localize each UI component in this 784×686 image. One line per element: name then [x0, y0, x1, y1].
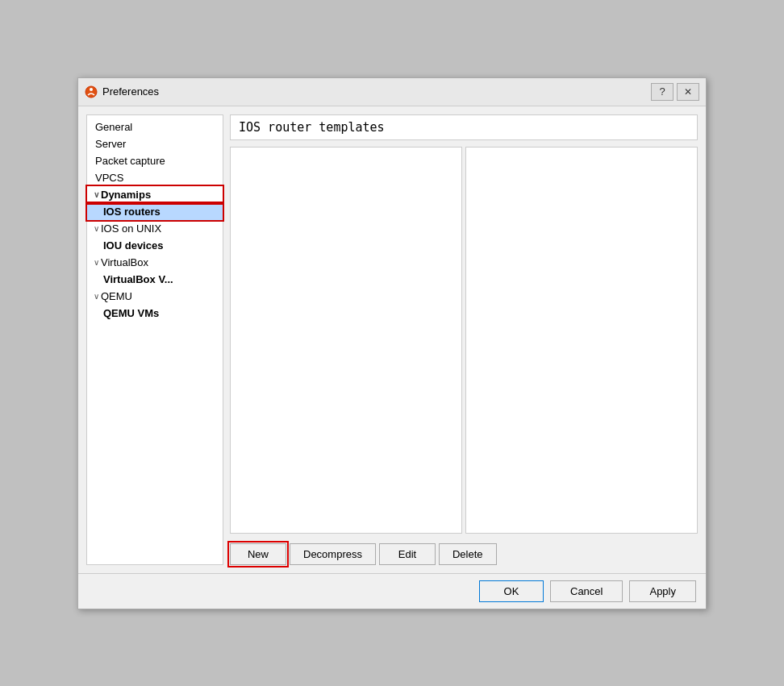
- sidebar: General Server Packet capture VPCS ∨ Dyn…: [86, 114, 223, 565]
- sidebar-item-dynamips[interactable]: ∨ Dynamips: [87, 186, 223, 203]
- chevron-icon: ∨: [94, 292, 99, 301]
- sidebar-item-vpcs[interactable]: VPCS: [87, 169, 223, 186]
- main-area: IOS router templates New Decompress Edit…: [230, 114, 698, 565]
- sidebar-item-server[interactable]: Server: [87, 135, 223, 152]
- sidebar-item-label: QEMU: [101, 290, 132, 302]
- dialog-footer: OK Cancel Apply: [78, 573, 706, 609]
- new-button[interactable]: New: [230, 543, 286, 565]
- delete-button[interactable]: Delete: [439, 543, 497, 565]
- chevron-icon: ∨: [94, 224, 99, 233]
- sidebar-item-label: VPCS: [95, 172, 123, 184]
- decompress-button[interactable]: Decompress: [290, 543, 376, 565]
- close-button[interactable]: ✕: [677, 83, 699, 101]
- sidebar-item-label: IOS on UNIX: [101, 222, 161, 235]
- sidebar-item-label: VirtualBox V...: [103, 273, 173, 285]
- chevron-icon: ∨: [94, 258, 99, 267]
- ok-button[interactable]: OK: [479, 580, 544, 602]
- sidebar-item-ios-on-unix[interactable]: ∨ IOS on UNIX: [87, 220, 223, 237]
- preferences-dialog: Preferences ? ✕ General Server Packet ca…: [77, 77, 707, 609]
- help-button[interactable]: ?: [651, 83, 673, 101]
- cancel-button[interactable]: Cancel: [550, 580, 623, 602]
- sidebar-item-ios-routers[interactable]: IOS routers: [87, 203, 223, 220]
- sidebar-item-packet-capture[interactable]: Packet capture: [87, 152, 223, 169]
- sidebar-item-label: Server: [95, 138, 126, 150]
- sidebar-item-qemu-vms[interactable]: QEMU VMs: [87, 305, 223, 322]
- right-panel: [465, 147, 698, 534]
- title-bar-buttons: ? ✕: [651, 83, 699, 101]
- sidebar-item-label: VirtualBox: [101, 256, 148, 268]
- content-panels: [230, 147, 698, 534]
- sidebar-item-virtualbox-v[interactable]: VirtualBox V...: [87, 271, 223, 288]
- chevron-icon: ∨: [94, 190, 99, 199]
- dialog-title: Preferences: [102, 85, 651, 98]
- section-title: IOS router templates: [230, 114, 698, 140]
- sidebar-item-label: QEMU VMs: [103, 307, 159, 319]
- sidebar-item-label: Dynamips: [101, 189, 151, 201]
- title-bar: Preferences ? ✕: [78, 78, 706, 106]
- app-icon: [85, 85, 98, 98]
- sidebar-item-iou-devices[interactable]: IOU devices: [87, 237, 223, 254]
- sidebar-item-general[interactable]: General: [87, 118, 223, 135]
- sidebar-item-qemu[interactable]: ∨ QEMU: [87, 288, 223, 305]
- apply-button[interactable]: Apply: [629, 580, 696, 602]
- sidebar-item-virtualbox[interactable]: ∨ VirtualBox: [87, 254, 223, 271]
- sidebar-item-label: Packet capture: [95, 155, 165, 167]
- action-buttons: New Decompress Edit Delete: [230, 543, 698, 565]
- sidebar-item-label: General: [95, 121, 132, 133]
- dialog-content: General Server Packet capture VPCS ∨ Dyn…: [78, 106, 706, 573]
- sidebar-item-label: IOU devices: [103, 239, 163, 252]
- edit-button[interactable]: Edit: [379, 543, 436, 565]
- svg-point-1: [90, 88, 93, 91]
- left-panel: [230, 147, 462, 534]
- sidebar-item-label: IOS routers: [103, 206, 161, 218]
